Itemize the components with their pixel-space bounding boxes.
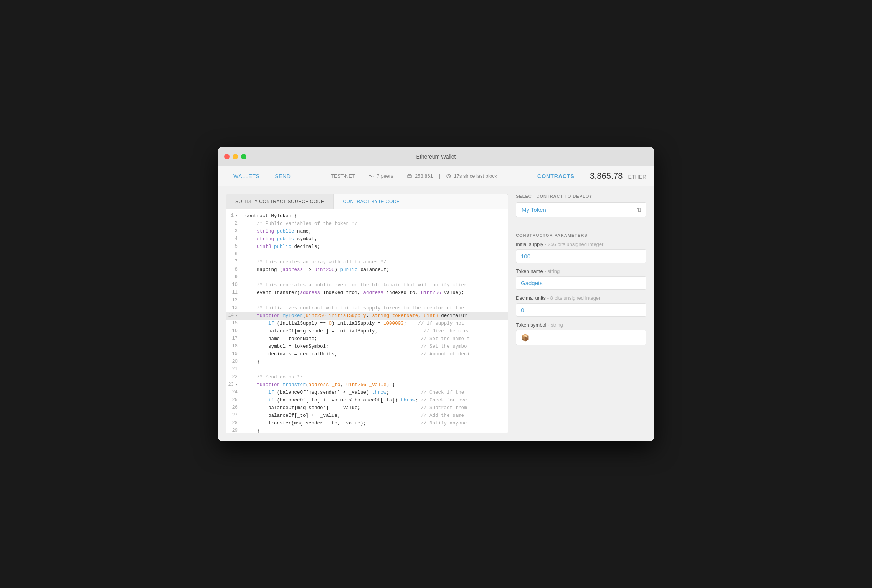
- tab-bytecode[interactable]: CONTRACT BYTE CODE: [334, 194, 409, 209]
- tab-source[interactable]: SOLIDITY CONTRACT SOURCE CODE: [226, 194, 334, 209]
- code-line: 25 if (balanceOf[_to] + _value < balance…: [226, 396, 508, 404]
- code-line-highlighted: 14▾ function MyToken(uint256 initialSupp…: [226, 312, 508, 320]
- code-line: 23▾ function transfer(address _to, uint2…: [226, 381, 508, 389]
- close-button[interactable]: [224, 154, 230, 159]
- select-contract-section: SELECT CONTRACT TO DEPLOY My Token ⇅: [516, 194, 646, 217]
- contract-select-wrapper: My Token ⇅: [516, 202, 646, 217]
- code-line: 29 }: [226, 427, 508, 433]
- code-line: 7 /* This creates an array with all bala…: [226, 258, 508, 266]
- code-line: 21: [226, 366, 508, 373]
- divider: [516, 225, 646, 225]
- code-line: 20 }: [226, 358, 508, 366]
- peers-info: 7 peers: [368, 173, 393, 179]
- nav-status: TEST-NET | 7 peers | 258,861 | 17s since…: [298, 173, 530, 179]
- ether-unit: ETHER: [628, 174, 646, 180]
- code-line: 2 /* Public variables of the token */: [226, 220, 508, 228]
- code-line: 9: [226, 274, 508, 281]
- param-initial-supply-label: Initial supply - 256 bits unsigned integ…: [516, 241, 646, 247]
- right-panel: SELECT CONTRACT TO DEPLOY My Token ⇅ CON…: [516, 194, 646, 433]
- ether-balance: 3,865.78: [590, 171, 626, 181]
- param-token-symbol: Token symbol - string: [516, 322, 646, 345]
- code-line: 6: [226, 251, 508, 258]
- code-line: 8 mapping (address => uint256) public ba…: [226, 266, 508, 274]
- code-line: 16 balanceOf[msg.sender] = initialSupply…: [226, 327, 508, 335]
- separator3: |: [439, 173, 440, 179]
- param-decimal-units: Decimal units - 8 bits unsigned integer: [516, 295, 646, 317]
- blocks-info: 258,861: [407, 173, 433, 179]
- code-line: 3 string public name;: [226, 228, 508, 235]
- select-contract-label: SELECT CONTRACT TO DEPLOY: [516, 194, 646, 198]
- code-line: 15 if (initialSupply == 0) initialSupply…: [226, 320, 508, 327]
- code-line: 18 symbol = tokenSymbol; // Set the symb…: [226, 343, 508, 350]
- main-content: SOLIDITY CONTRACT SOURCE CODE CONTRACT B…: [218, 186, 654, 441]
- nav-wallets[interactable]: WALLETS: [226, 166, 267, 186]
- main-window: Ethereum Wallet WALLETS SEND TEST-NET | …: [218, 147, 654, 441]
- constructor-label: CONSTRUCTOR PARAMETERS: [516, 233, 646, 238]
- code-line: 26 balanceOf[msg.sender] -= _value; // S…: [226, 404, 508, 412]
- param-token-symbol-input[interactable]: [516, 330, 646, 345]
- param-token-symbol-label: Token symbol - string: [516, 322, 646, 328]
- block-number: 258,861: [415, 173, 433, 179]
- separator2: |: [400, 173, 401, 179]
- titlebar: Ethereum Wallet: [218, 147, 654, 166]
- code-line: 4 string public symbol;: [226, 235, 508, 243]
- traffic-lights: [224, 154, 246, 159]
- param-initial-supply-input[interactable]: [516, 249, 646, 263]
- param-decimal-units-label: Decimal units - 8 bits unsigned integer: [516, 295, 646, 301]
- code-line: 10 /* This generates a public event on t…: [226, 281, 508, 289]
- code-line: 27 balanceOf[_to] += _value; // Add the …: [226, 412, 508, 420]
- navbar: WALLETS SEND TEST-NET | 7 peers | 258,86…: [218, 166, 654, 186]
- since-block: 17s since last block: [454, 173, 497, 179]
- tab-bar: SOLIDITY CONTRACT SOURCE CODE CONTRACT B…: [226, 194, 508, 209]
- param-initial-supply: Initial supply - 256 bits unsigned integ…: [516, 241, 646, 263]
- contract-select[interactable]: My Token: [516, 202, 646, 217]
- code-line: 28 Transfer(msg.sender, _to, _value); //…: [226, 420, 508, 427]
- code-line: 24 if (balanceOf[msg.sender] < _value) t…: [226, 389, 508, 396]
- time-info: 17s since last block: [446, 173, 497, 179]
- code-line: 17 name = tokenName; // Set the name f: [226, 335, 508, 343]
- code-line: 11 event Transfer(address indexed from, …: [226, 289, 508, 297]
- nav-contracts[interactable]: CONTRACTS: [530, 173, 582, 179]
- minimize-button[interactable]: [233, 154, 238, 159]
- maximize-button[interactable]: [241, 154, 246, 159]
- param-decimal-units-input[interactable]: [516, 303, 646, 317]
- network-label: TEST-NET: [331, 173, 355, 179]
- code-editor-panel: SOLIDITY CONTRACT SOURCE CODE CONTRACT B…: [226, 194, 508, 433]
- param-token-name-input[interactable]: [516, 276, 646, 290]
- separator: |: [361, 173, 362, 179]
- code-line: 22 /* Send coins */: [226, 373, 508, 381]
- window-title: Ethereum Wallet: [416, 154, 456, 160]
- nav-send[interactable]: SEND: [267, 166, 298, 186]
- constructor-params-section: CONSTRUCTOR PARAMETERS Initial supply - …: [516, 233, 646, 350]
- code-line: 5 uint8 public decimals;: [226, 243, 508, 251]
- code-line: 19 decimals = decimalUnits; // Amount of…: [226, 350, 508, 358]
- param-token-name-label: Token name - string: [516, 268, 646, 274]
- code-area[interactable]: 1▾ contract MyToken { 2 /* Public variab…: [226, 209, 508, 433]
- param-token-name: Token name - string: [516, 268, 646, 290]
- balance-display: 3,865.78 ETHER: [582, 171, 646, 181]
- code-line: 13 /* Initializes contract with initial …: [226, 304, 508, 312]
- code-line: 1▾ contract MyToken {: [226, 212, 508, 220]
- code-line: 12: [226, 297, 508, 304]
- peers-count: 7 peers: [377, 173, 393, 179]
